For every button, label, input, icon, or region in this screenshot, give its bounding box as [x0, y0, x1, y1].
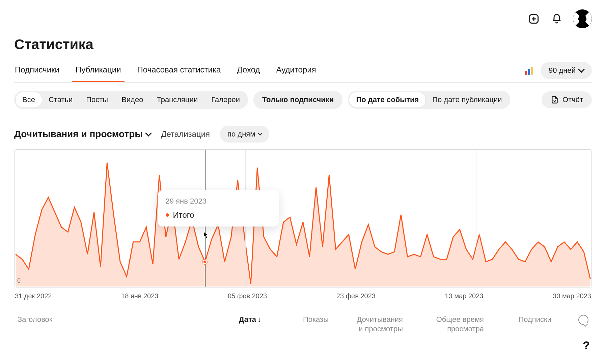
chevron-down-icon — [258, 131, 263, 135]
help-button[interactable]: ? — [583, 339, 590, 352]
detail-select[interactable]: по дням — [220, 126, 269, 143]
tab-subscribers[interactable]: Подписчики — [14, 62, 60, 82]
chart[interactable]: 0 29 янв 2023 Итого — [14, 149, 592, 287]
content-type-segment: Все Статьи Посты Видео Трансляции Галере… — [14, 91, 248, 109]
seg-articles[interactable]: Статьи — [42, 92, 79, 108]
th-reads-views[interactable]: Дочитывания и просмотры — [335, 315, 403, 333]
chart-area — [15, 150, 591, 287]
filters: Все Статьи Посты Видео Трансляции Галере… — [14, 83, 592, 116]
seg-posts[interactable]: Посты — [79, 92, 115, 108]
avatar[interactable] — [573, 9, 592, 28]
chevron-down-icon — [578, 66, 585, 73]
seg-by-publish-date[interactable]: По дате публикации — [425, 92, 508, 108]
xtick: 05 фев 2023 — [228, 292, 267, 300]
xtick: 13 мар 2023 — [445, 292, 484, 300]
xtick: 23 фев 2023 — [336, 292, 376, 300]
tab-hourly[interactable]: Почасовая статистика — [137, 62, 222, 82]
add-button[interactable] — [527, 12, 541, 26]
tab-income[interactable]: Доход — [236, 62, 260, 82]
detail-label: Детализация — [161, 129, 210, 139]
comments-icon[interactable] — [578, 315, 588, 325]
tooltip-date: 29 янв 2023 — [166, 197, 269, 206]
seg-galleries[interactable]: Галереи — [204, 92, 247, 108]
sort-desc-icon: ↓ — [257, 315, 261, 324]
xtick: 30 мар 2023 — [553, 292, 591, 300]
seg-all[interactable]: Все — [16, 92, 42, 108]
download-report-icon — [550, 95, 559, 104]
report-label: Отчёт — [562, 95, 583, 104]
th-subs[interactable]: Подписки — [491, 315, 551, 324]
plus-square-icon — [528, 13, 540, 25]
chart-tooltip: 29 янв 2023 Итого — [158, 190, 279, 226]
subscribers-only-toggle[interactable]: Только подписчики — [253, 91, 342, 109]
tabs: Подписчики Публикации Почасовая статисти… — [14, 62, 592, 83]
xtick: 18 янв 2023 — [121, 292, 158, 300]
seg-video[interactable]: Видео — [115, 92, 150, 108]
th-date[interactable]: Дата↓ — [214, 315, 261, 324]
metric-select[interactable]: Дочитывания и просмотры — [14, 129, 151, 140]
period-select[interactable]: 90 дней — [541, 62, 592, 79]
tooltip-swatch — [166, 213, 169, 217]
table-header: Заголовок Дата↓ Показы Дочитывания и про… — [14, 300, 592, 333]
date-mode-segment: По дате события По дате публикации — [348, 91, 510, 109]
chevron-down-icon — [145, 130, 152, 136]
xtick: 31 дек 2022 — [15, 292, 52, 300]
notifications-button[interactable] — [550, 12, 563, 26]
seg-by-event-date[interactable]: По дате события — [349, 92, 425, 108]
bell-icon — [551, 13, 562, 24]
hover-dot — [202, 260, 207, 264]
th-impressions[interactable]: Показы — [268, 315, 329, 324]
chart-header: Дочитывания и просмотры Детализация по д… — [14, 126, 592, 143]
tab-audience[interactable]: Аудитория — [275, 62, 316, 82]
report-button[interactable]: Отчёт — [542, 91, 592, 108]
seg-streams[interactable]: Трансляции — [150, 92, 204, 108]
x-axis-ticks: 31 дек 2022 18 янв 2023 05 фев 2023 23 ф… — [14, 287, 592, 300]
page-title: Статистика — [14, 36, 592, 53]
metrics-icon[interactable] — [525, 66, 534, 75]
y-zero-label: 0 — [17, 277, 21, 284]
tooltip-series: Итого — [173, 210, 194, 220]
th-watch-time[interactable]: Общее время просмотра — [410, 315, 484, 333]
th-title[interactable]: Заголовок — [18, 315, 207, 324]
period-label: 90 дней — [549, 66, 576, 75]
tab-publications[interactable]: Публикации — [75, 62, 122, 82]
